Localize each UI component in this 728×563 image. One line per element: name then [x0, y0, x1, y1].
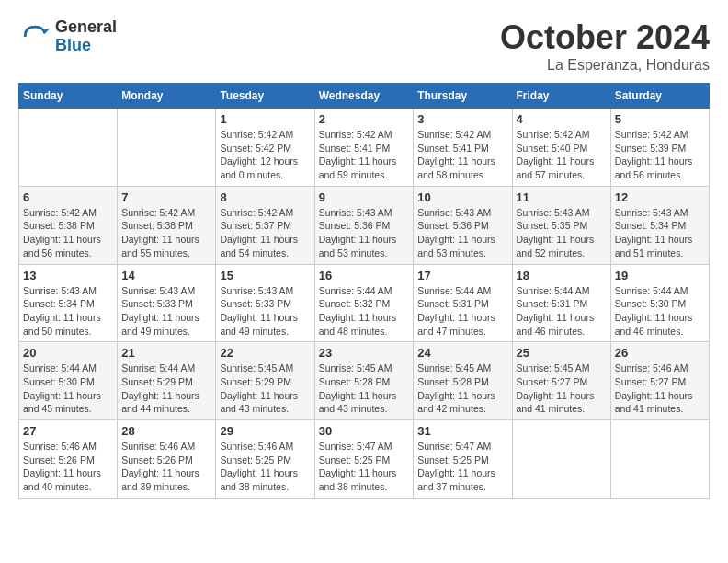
- logo-icon: [18, 20, 51, 53]
- day-info: Sunrise: 5:47 AM Sunset: 5:25 PM Dayligh…: [417, 440, 507, 494]
- day-number: 3: [417, 112, 507, 126]
- day-cell: 25Sunrise: 5:45 AM Sunset: 5:27 PM Dayli…: [512, 342, 610, 420]
- day-cell: 12Sunrise: 5:43 AM Sunset: 5:34 PM Dayli…: [610, 186, 709, 264]
- day-cell: [610, 420, 709, 499]
- day-cell: 10Sunrise: 5:43 AM Sunset: 5:36 PM Dayli…: [414, 186, 512, 264]
- day-cell: 5Sunrise: 5:42 AM Sunset: 5:39 PM Daylig…: [610, 109, 709, 187]
- day-cell: 30Sunrise: 5:47 AM Sunset: 5:25 PM Dayli…: [314, 420, 414, 499]
- day-cell: 6Sunrise: 5:42 AM Sunset: 5:38 PM Daylig…: [19, 186, 118, 264]
- day-info: Sunrise: 5:42 AM Sunset: 5:40 PM Dayligh…: [517, 128, 607, 182]
- day-info: Sunrise: 5:42 AM Sunset: 5:41 PM Dayligh…: [319, 128, 410, 182]
- day-number: 18: [517, 269, 607, 282]
- day-number: 13: [23, 269, 113, 282]
- logo-text: General Blue: [55, 18, 117, 55]
- day-cell: 7Sunrise: 5:42 AM Sunset: 5:38 PM Daylig…: [118, 186, 216, 264]
- header-cell-thursday: Thursday: [414, 84, 512, 109]
- day-info: Sunrise: 5:43 AM Sunset: 5:36 PM Dayligh…: [417, 206, 507, 260]
- day-cell: 18Sunrise: 5:44 AM Sunset: 5:31 PM Dayli…: [512, 264, 610, 342]
- day-cell: 15Sunrise: 5:43 AM Sunset: 5:33 PM Dayli…: [216, 264, 314, 342]
- day-info: Sunrise: 5:44 AM Sunset: 5:32 PM Dayligh…: [319, 284, 410, 339]
- day-info: Sunrise: 5:43 AM Sunset: 5:34 PM Dayligh…: [615, 206, 705, 260]
- day-cell: 31Sunrise: 5:47 AM Sunset: 5:25 PM Dayli…: [414, 420, 512, 499]
- day-info: Sunrise: 5:44 AM Sunset: 5:29 PM Dayligh…: [121, 362, 211, 416]
- week-row-4: 20Sunrise: 5:44 AM Sunset: 5:30 PM Dayli…: [19, 342, 710, 420]
- day-info: Sunrise: 5:45 AM Sunset: 5:28 PM Dayligh…: [319, 362, 410, 416]
- day-cell: [118, 109, 216, 187]
- day-number: 17: [417, 269, 507, 282]
- day-number: 7: [121, 190, 211, 204]
- logo: General Blue: [18, 18, 117, 55]
- day-number: 25: [517, 346, 607, 360]
- day-cell: 13Sunrise: 5:43 AM Sunset: 5:34 PM Dayli…: [19, 264, 118, 342]
- day-info: Sunrise: 5:44 AM Sunset: 5:31 PM Dayligh…: [517, 284, 607, 339]
- page-header: General Blue October 2024 La Esperanza, …: [18, 18, 710, 74]
- day-info: Sunrise: 5:43 AM Sunset: 5:33 PM Dayligh…: [220, 284, 310, 339]
- page-title: October 2024: [500, 18, 710, 57]
- day-info: Sunrise: 5:42 AM Sunset: 5:38 PM Dayligh…: [23, 206, 113, 260]
- day-cell: 1Sunrise: 5:42 AM Sunset: 5:42 PM Daylig…: [216, 109, 314, 187]
- day-info: Sunrise: 5:45 AM Sunset: 5:29 PM Dayligh…: [220, 362, 310, 416]
- header-cell-tuesday: Tuesday: [216, 84, 314, 109]
- logo-blue-label: Blue: [55, 37, 117, 55]
- day-cell: 17Sunrise: 5:44 AM Sunset: 5:31 PM Dayli…: [414, 264, 512, 342]
- day-info: Sunrise: 5:43 AM Sunset: 5:36 PM Dayligh…: [319, 206, 410, 260]
- day-cell: 4Sunrise: 5:42 AM Sunset: 5:40 PM Daylig…: [512, 109, 610, 187]
- title-block: October 2024 La Esperanza, Honduras: [500, 18, 710, 74]
- calendar-body: 1Sunrise: 5:42 AM Sunset: 5:42 PM Daylig…: [19, 109, 710, 499]
- day-cell: 24Sunrise: 5:45 AM Sunset: 5:28 PM Dayli…: [414, 342, 512, 420]
- day-number: 29: [220, 424, 310, 438]
- day-cell: 2Sunrise: 5:42 AM Sunset: 5:41 PM Daylig…: [314, 109, 414, 187]
- day-info: Sunrise: 5:42 AM Sunset: 5:39 PM Dayligh…: [615, 128, 705, 182]
- day-info: Sunrise: 5:46 AM Sunset: 5:27 PM Dayligh…: [615, 362, 705, 416]
- week-row-5: 27Sunrise: 5:46 AM Sunset: 5:26 PM Dayli…: [19, 420, 710, 499]
- day-info: Sunrise: 5:42 AM Sunset: 5:41 PM Dayligh…: [417, 128, 507, 182]
- day-info: Sunrise: 5:43 AM Sunset: 5:34 PM Dayligh…: [23, 284, 113, 339]
- day-cell: 23Sunrise: 5:45 AM Sunset: 5:28 PM Dayli…: [314, 342, 414, 420]
- day-number: 10: [417, 190, 507, 204]
- week-row-3: 13Sunrise: 5:43 AM Sunset: 5:34 PM Dayli…: [19, 264, 710, 342]
- day-cell: 27Sunrise: 5:46 AM Sunset: 5:26 PM Dayli…: [19, 420, 118, 499]
- day-number: 5: [615, 112, 705, 126]
- page-subtitle: La Esperanza, Honduras: [500, 57, 710, 74]
- day-number: 26: [615, 346, 705, 360]
- header-cell-friday: Friday: [512, 84, 610, 109]
- day-info: Sunrise: 5:44 AM Sunset: 5:30 PM Dayligh…: [615, 284, 705, 339]
- day-info: Sunrise: 5:47 AM Sunset: 5:25 PM Dayligh…: [319, 440, 410, 494]
- day-info: Sunrise: 5:43 AM Sunset: 5:33 PM Dayligh…: [121, 284, 211, 339]
- header-row: SundayMondayTuesdayWednesdayThursdayFrid…: [19, 84, 710, 109]
- day-number: 20: [23, 346, 113, 360]
- day-number: 9: [319, 190, 410, 204]
- day-info: Sunrise: 5:42 AM Sunset: 5:38 PM Dayligh…: [121, 206, 211, 260]
- day-info: Sunrise: 5:44 AM Sunset: 5:31 PM Dayligh…: [417, 284, 507, 339]
- header-cell-monday: Monday: [118, 84, 216, 109]
- day-cell: 28Sunrise: 5:46 AM Sunset: 5:26 PM Dayli…: [118, 420, 216, 499]
- logo-general-label: General: [55, 18, 117, 37]
- day-number: 30: [319, 424, 410, 438]
- header-cell-wednesday: Wednesday: [314, 84, 414, 109]
- day-cell: 14Sunrise: 5:43 AM Sunset: 5:33 PM Dayli…: [118, 264, 216, 342]
- day-number: 6: [23, 190, 113, 204]
- day-number: 4: [517, 112, 607, 126]
- day-info: Sunrise: 5:43 AM Sunset: 5:35 PM Dayligh…: [517, 206, 607, 260]
- day-number: 23: [319, 346, 410, 360]
- day-number: 8: [220, 190, 310, 204]
- day-cell: 8Sunrise: 5:42 AM Sunset: 5:37 PM Daylig…: [216, 186, 314, 264]
- day-number: 21: [121, 346, 211, 360]
- day-number: 14: [121, 269, 211, 282]
- day-number: 11: [517, 190, 607, 204]
- day-number: 16: [319, 269, 410, 282]
- day-number: 27: [23, 424, 113, 438]
- week-row-2: 6Sunrise: 5:42 AM Sunset: 5:38 PM Daylig…: [19, 186, 710, 264]
- calendar-table: SundayMondayTuesdayWednesdayThursdayFrid…: [18, 83, 710, 499]
- day-number: 2: [319, 112, 410, 126]
- week-row-1: 1Sunrise: 5:42 AM Sunset: 5:42 PM Daylig…: [19, 109, 710, 187]
- header-cell-sunday: Sunday: [19, 84, 118, 109]
- day-info: Sunrise: 5:46 AM Sunset: 5:25 PM Dayligh…: [220, 440, 310, 494]
- day-cell: 29Sunrise: 5:46 AM Sunset: 5:25 PM Dayli…: [216, 420, 314, 499]
- day-info: Sunrise: 5:45 AM Sunset: 5:27 PM Dayligh…: [517, 362, 607, 416]
- day-cell: 26Sunrise: 5:46 AM Sunset: 5:27 PM Dayli…: [610, 342, 709, 420]
- day-info: Sunrise: 5:46 AM Sunset: 5:26 PM Dayligh…: [23, 440, 113, 494]
- day-info: Sunrise: 5:42 AM Sunset: 5:42 PM Dayligh…: [220, 128, 310, 182]
- day-number: 22: [220, 346, 310, 360]
- day-number: 24: [417, 346, 507, 360]
